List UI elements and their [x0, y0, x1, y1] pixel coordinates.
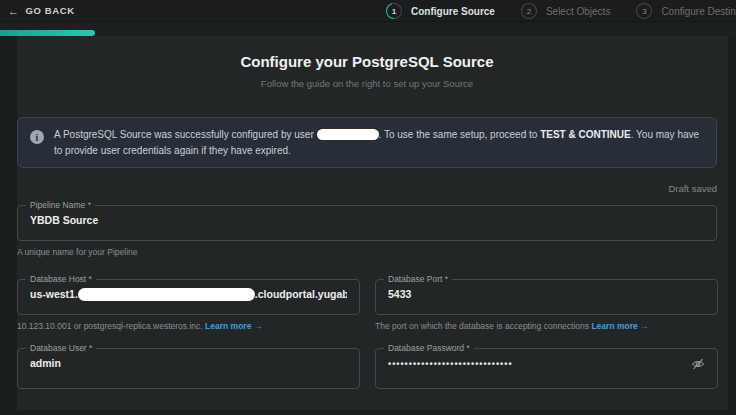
pipeline-name-helper: A unique name for your Pipeline	[17, 247, 717, 257]
host-learn-more-link[interactable]: Learn more	[205, 321, 251, 331]
step-3-number: 3	[637, 4, 651, 18]
step-2-number: 2	[522, 4, 536, 18]
port-learn-more-link[interactable]: Learn more	[591, 321, 637, 331]
draft-saved-status: Draft saved	[17, 183, 717, 194]
database-user-input[interactable]: admin	[30, 357, 347, 369]
toggle-password-visibility-button[interactable]	[691, 357, 705, 371]
step-1-label: Configure Source	[411, 6, 495, 17]
banner-text-before: A PostgreSQL Source was successfully con…	[54, 129, 317, 140]
progress-track	[0, 23, 736, 36]
step-3-label: Configure Destination	[661, 6, 736, 17]
database-password-field[interactable]: Database Password * ••••••••••••••••••••…	[375, 343, 718, 389]
main-content: Configure your PostgreSQL Source Follow …	[17, 36, 728, 410]
port-link-arrow-icon: →	[640, 321, 649, 331]
port-helper-text: The port on which the database is accept…	[375, 321, 591, 331]
pipeline-name-field[interactable]: Pipeline Name * YBDB Source	[17, 200, 717, 241]
database-user-label: Database User *	[26, 343, 96, 353]
step-select-objects[interactable]: 2 Select Objects	[521, 3, 610, 19]
go-back-button[interactable]: ← GO BACK	[0, 5, 75, 17]
banner-text-middle: . To use the same setup, proceed to	[379, 129, 541, 140]
page-subtitle: Follow the guide on the right to set up …	[17, 78, 717, 89]
page-title: Configure your PostgreSQL Source	[17, 53, 717, 70]
step-2-label: Select Objects	[546, 6, 610, 17]
database-host-input[interactable]: us-west1..cloudportal.yugabyte.com	[30, 288, 347, 301]
page-header: Configure your PostgreSQL Source Follow …	[17, 36, 717, 89]
step-1-number: 1	[387, 4, 401, 18]
pipeline-name-label: Pipeline Name *	[26, 200, 95, 210]
host-link-arrow-icon: →	[254, 321, 263, 331]
database-host-label: Database Host *	[26, 274, 96, 284]
database-port-label: Database Port *	[384, 274, 452, 284]
database-port-helper: The port on which the database is accept…	[375, 321, 718, 331]
redacted-host-segment	[78, 288, 255, 301]
database-user-field[interactable]: Database User * admin	[17, 343, 360, 389]
wizard-stepper: 1 Configure Source 2 Select Objects 3 Co…	[386, 0, 736, 22]
step-3-circle: 3	[636, 3, 652, 19]
database-port-field[interactable]: Database Port * 5433	[375, 274, 718, 315]
go-back-label: GO BACK	[26, 5, 75, 16]
redacted-username	[317, 129, 379, 140]
info-icon: i	[30, 130, 44, 144]
database-port-input[interactable]: 5433	[388, 288, 705, 300]
pipeline-name-input[interactable]: YBDB Source	[30, 214, 704, 226]
top-bar: ← GO BACK 1 Configure Source 2 Select Ob…	[0, 0, 736, 22]
database-password-input[interactable]: ••••••••••••••••••••••••••••••	[388, 359, 691, 369]
back-arrow-icon: ←	[8, 5, 20, 17]
host-helper-text: 10.123.10.001 or postgresql-replica.west…	[17, 321, 205, 331]
host-value-prefix: us-west1.	[30, 288, 78, 300]
step-2-circle: 2	[521, 3, 537, 19]
step-configure-source[interactable]: 1 Configure Source	[386, 3, 495, 19]
step-1-circle: 1	[386, 3, 402, 19]
database-password-label: Database Password *	[384, 343, 474, 353]
eye-slash-icon	[691, 357, 705, 371]
step-configure-destination[interactable]: 3 Configure Destination	[636, 3, 736, 19]
banner-text: A PostgreSQL Source was successfully con…	[54, 127, 704, 158]
database-host-helper: 10.123.10.001 or postgresql-replica.west…	[17, 321, 360, 331]
success-info-banner: i A PostgreSQL Source was successfully c…	[17, 117, 717, 168]
host-value-suffix: .cloudportal.yugabyte.com	[255, 288, 347, 300]
database-host-field[interactable]: Database Host * us-west1..cloudportal.yu…	[17, 274, 360, 315]
banner-bold-action: TEST & CONTINUE	[540, 129, 631, 140]
